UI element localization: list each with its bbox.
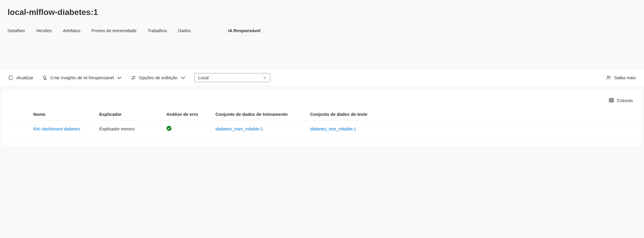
create-rai-label: Criar Insights de IA Responsável: [50, 75, 114, 80]
refresh-button[interactable]: Atualizar: [8, 75, 33, 80]
column-header-train-dataset[interactable]: Conjunto de dados de treinamento: [211, 108, 306, 120]
learn-more-label: Saiba mais: [614, 75, 636, 80]
svg-point-1: [133, 76, 135, 77]
svg-point-2: [132, 78, 133, 79]
rai-insights-table: Nome Explicador Análise de erro Conjunto…: [6, 108, 638, 137]
explainer-cell: Explicador mimico: [95, 120, 162, 137]
columns-icon: [609, 98, 614, 103]
refresh-icon: [8, 75, 13, 80]
error-analysis-cell: [162, 120, 211, 137]
toolbar: Atualizar Criar Insights de IA Responsáv…: [0, 69, 644, 86]
scope-dropdown[interactable]: Local: [194, 73, 270, 82]
tab-responsible-ai[interactable]: IA Responsável: [228, 28, 260, 33]
tab-endpoints[interactable]: Pontos de extremidade: [91, 28, 136, 33]
tab-jobs[interactable]: Trabalhos: [148, 28, 167, 33]
tab-data[interactable]: Dados: [178, 28, 191, 33]
column-header-explainer[interactable]: Explicador: [95, 108, 162, 120]
scope-selected-value: Local: [198, 75, 209, 80]
learn-more-button[interactable]: Saiba mais: [606, 75, 636, 80]
rai-insights-icon: [42, 75, 47, 80]
create-rai-insights-button[interactable]: Criar Insights de IA Responsável: [42, 75, 122, 80]
svg-point-3: [607, 76, 609, 77]
svg-rect-6: [611, 99, 612, 102]
dashboard-name-link[interactable]: RAI dashboard diabetes: [33, 126, 80, 131]
column-header-name[interactable]: Nome: [29, 108, 95, 120]
test-dataset-link[interactable]: diabetes_test_mltable:1: [310, 126, 356, 131]
columns-label: Colunas: [617, 98, 633, 103]
svg-rect-7: [612, 99, 614, 102]
content-panel: Colunas Nome Explicador Análise de erro …: [3, 90, 641, 146]
svg-point-4: [610, 78, 610, 78]
chevron-down-icon: [117, 75, 122, 80]
svg-point-0: [43, 76, 46, 78]
table-row[interactable]: RAI dashboard diabetes Explicador mimico…: [6, 120, 638, 137]
column-header-test-dataset[interactable]: Conjunto de dados de teste: [306, 108, 638, 120]
view-options-label: Opções de exibição: [139, 75, 177, 80]
check-circle-icon: [166, 126, 172, 131]
columns-button[interactable]: Colunas: [609, 98, 633, 103]
chevron-down-icon: [263, 76, 267, 80]
tab-details[interactable]: Detalhes: [8, 28, 25, 33]
tab-bar: Detalhes Versões Artefatos Pontos de ext…: [0, 17, 644, 40]
tab-artifacts[interactable]: Artefatos: [63, 28, 80, 33]
svg-rect-5: [609, 99, 610, 102]
chevron-down-icon: [180, 75, 186, 80]
learn-more-icon: [606, 75, 611, 80]
column-header-error-analysis[interactable]: Análise de erro: [162, 108, 211, 120]
view-options-icon: [131, 75, 136, 80]
train-dataset-link[interactable]: diabetes_train_mltable:1: [215, 126, 263, 131]
tab-versions[interactable]: Versões: [36, 28, 52, 33]
refresh-label: Atualizar: [16, 75, 33, 80]
page-title: local-mlflow-diabetes:1: [0, 0, 644, 17]
view-options-button[interactable]: Opções de exibição: [131, 75, 186, 80]
